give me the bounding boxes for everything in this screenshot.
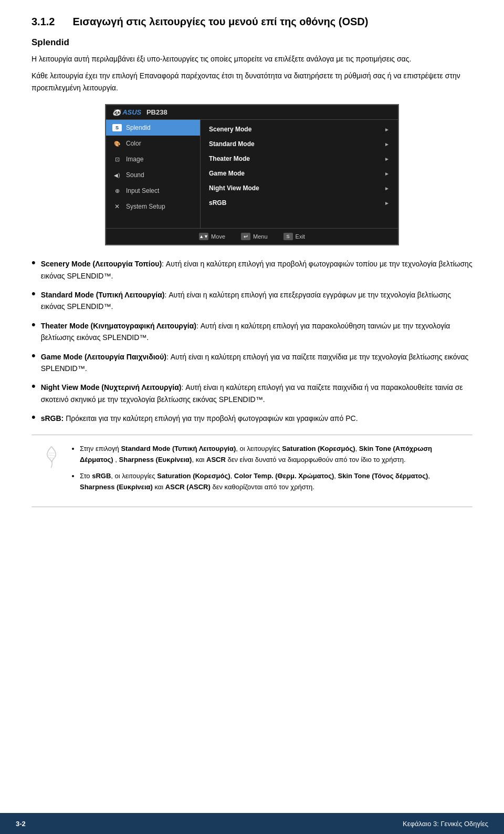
- standard-bold: Standard Mode (Τυπική Λειτουργία): [41, 291, 165, 299]
- standard-arrow: ►: [384, 141, 390, 147]
- osd-footer-menu: ↵ Menu: [241, 233, 268, 240]
- osd-footer-exit: S Exit: [284, 233, 305, 240]
- section-title: Εισαγωγή στις λειτουργίες του μενού επί …: [72, 16, 368, 27]
- bullet-text-game: Game Mode (Λειτουργία Παιχνιδιού): Αυτή …: [41, 351, 472, 375]
- note-text-1: Στην επιλογή Standard Mode (Τυπική Λειτο…: [80, 445, 432, 464]
- note-content: Στην επιλογή Standard Mode (Τυπική Λειτο…: [69, 444, 462, 498]
- input-icon: ⊕: [112, 187, 122, 194]
- osd-menu-setup[interactable]: ✕ System Setup: [106, 199, 200, 214]
- bullet-text-nightview: Night View Mode (Νυχτερινή Λειτουργία): …: [41, 382, 472, 405]
- osd-menu-input[interactable]: ⊕ Input Select: [106, 183, 200, 199]
- bullet-dot-2: •: [32, 288, 36, 300]
- page-footer: 3-2 Κεφάλαιο 3: Γενικές Οδηγίες: [0, 813, 504, 834]
- osd-right-theater[interactable]: Theater Mode ►: [201, 151, 398, 166]
- exit-label: Exit: [296, 233, 305, 240]
- bullet-text-srgb: sRGB: Πρόκειται για την καλύτερη επιλογή…: [41, 413, 472, 424]
- page-number: 3-2: [16, 820, 26, 828]
- note-icon-container: [42, 444, 61, 470]
- scenery-arrow: ►: [384, 127, 390, 132]
- osd-body: S Splendid 🎨 Color ⊡ Image ◀) Sound ⊕: [106, 120, 398, 228]
- move-icon: ▲▼: [199, 233, 208, 240]
- section-number: 3.1.2: [32, 16, 55, 27]
- image-icon: ⊡: [112, 156, 122, 163]
- nightview-arrow: ►: [384, 186, 390, 191]
- osd-right-nightview[interactable]: Night View Mode ►: [201, 181, 398, 195]
- note-item-2: Στο sRGB, οι λειτουργίες Saturation (Κορ…: [80, 471, 462, 493]
- theater-mode-label: Theater Mode: [209, 155, 250, 162]
- bullet-standard: • Standard Mode (Τυπική Λειτουργία): Αυτ…: [32, 289, 472, 313]
- bullet-dot-4: •: [32, 350, 36, 362]
- osd-menu-color[interactable]: 🎨 Color: [106, 136, 200, 151]
- scenery-bold: Scenery Mode (Λειτουργία Τοπίου): [41, 260, 162, 268]
- osd-footer-move: ▲▼ Move: [199, 233, 225, 240]
- bullet-nightview: • Night View Mode (Νυχτερινή Λειτουργία)…: [32, 382, 472, 405]
- sound-label: Sound: [126, 171, 144, 179]
- bullet-text-standard: Standard Mode (Τυπική Λειτουργία): Αυτή …: [41, 289, 472, 313]
- bullet-game: • Game Mode (Λειτουργία Παιχνιδιού): Αυτ…: [32, 351, 472, 375]
- splendid-section: Splendid Η λειτουργία αυτή περιλαμβάνει …: [32, 37, 472, 94]
- setup-icon: ✕: [112, 203, 122, 210]
- osd-header: 🐼 ASUS PB238: [106, 105, 398, 120]
- osd-footer: ▲▼ Move ↵ Menu S Exit: [106, 228, 398, 244]
- setup-label: System Setup: [126, 203, 165, 210]
- menu-icon: ↵: [241, 233, 250, 240]
- osd-right-standard[interactable]: Standard Mode ►: [201, 137, 398, 151]
- bullet-dot-5: •: [32, 380, 36, 392]
- osd-left-menu: S Splendid 🎨 Color ⊡ Image ◀) Sound ⊕: [106, 120, 201, 228]
- scenery-mode-label: Scenery Mode: [209, 126, 251, 133]
- exit-icon: S: [284, 233, 293, 240]
- input-label: Input Select: [126, 187, 159, 194]
- srgb-arrow: ►: [384, 200, 390, 206]
- bullet-dot-1: •: [32, 257, 36, 269]
- bullet-scenery: • Scenery Mode (Λειτουργία Τοπίου): Αυτή…: [32, 258, 472, 282]
- nightview-bold: Night View Mode (Νυχτερινή Λειτουργία): [41, 383, 182, 392]
- bullet-theater: • Theater Mode (Κινηματογραφική Λειτουργ…: [32, 320, 472, 344]
- game-bold: Game Mode (Λειτουργία Παιχνιδιού): [41, 353, 166, 361]
- splendid-icon: S: [112, 124, 122, 131]
- splendid-intro1: Η λειτουργία αυτή περιλαμβάνει έξι υπο-λ…: [32, 53, 472, 65]
- osd-right-game[interactable]: Game Mode ►: [201, 166, 398, 181]
- srgb-label: sRGB: [209, 199, 226, 207]
- splendid-title: Splendid: [32, 37, 472, 48]
- osd-model: PB238: [146, 108, 167, 116]
- splendid-intro2: Κάθε λειτουργία έχει την επιλογή Επαναφο…: [32, 70, 472, 94]
- nightview-mode-label: Night View Mode: [209, 184, 259, 192]
- srgb-bold: sRGB:: [41, 414, 64, 423]
- osd-right-menu: Scenery Mode ► Standard Mode ► Theater M…: [201, 120, 398, 228]
- note-item-1: Στην επιλογή Standard Mode (Τυπική Λειτο…: [80, 444, 462, 466]
- bullet-dot-3: •: [32, 319, 36, 331]
- feather-icon: [44, 446, 59, 469]
- osd-screenshot: 🐼 ASUS PB238 S Splendid 🎨 Color ⊡ Image: [105, 104, 399, 245]
- osd-menu-sound[interactable]: ◀) Sound: [106, 167, 200, 183]
- note-bullet-list: Στην επιλογή Standard Mode (Τυπική Λειτο…: [69, 444, 462, 492]
- game-arrow: ►: [384, 171, 390, 177]
- color-icon: 🎨: [112, 140, 122, 147]
- osd-menu-image[interactable]: ⊡ Image: [106, 151, 200, 167]
- chapter-label: Κεφάλαιο 3: Γενικές Οδηγίες: [403, 820, 488, 828]
- game-mode-label: Game Mode: [209, 170, 245, 177]
- osd-right-scenery[interactable]: Scenery Mode ►: [201, 122, 398, 137]
- feature-bullet-list: • Scenery Mode (Λειτουργία Τοπίου): Αυτή…: [32, 258, 472, 424]
- theater-bold: Theater Mode (Κινηματογραφική Λειτουργία…: [41, 322, 196, 330]
- osd-right-srgb[interactable]: sRGB ►: [201, 195, 398, 210]
- bullet-srgb: • sRGB: Πρόκειται για την καλύτερη επιλο…: [32, 413, 472, 424]
- bullet-text-theater: Theater Mode (Κινηματογραφική Λειτουργία…: [41, 320, 472, 344]
- standard-mode-label: Standard Mode: [209, 140, 255, 148]
- color-label: Color: [126, 140, 141, 147]
- splendid-label: Splendid: [126, 124, 151, 131]
- section-header: 3.1.2 Εισαγωγή στις λειτουργίες του μενο…: [32, 16, 472, 28]
- sound-icon: ◀): [112, 171, 122, 179]
- osd-brand: 🐼 ASUS: [112, 108, 141, 116]
- bullet-text-scenery: Scenery Mode (Λειτουργία Τοπίου): Αυτή ε…: [41, 258, 472, 282]
- note-box: Στην επιλογή Standard Mode (Τυπική Λειτο…: [32, 435, 472, 507]
- move-label: Move: [211, 233, 225, 240]
- image-label: Image: [126, 156, 143, 163]
- bullet-dot-6: •: [32, 411, 36, 423]
- menu-label: Menu: [253, 233, 268, 240]
- theater-arrow: ►: [384, 156, 390, 162]
- note-text-2: Στο sRGB, οι λειτουργίες Saturation (Κορ…: [80, 472, 430, 491]
- page-content: 3.1.2 Εισαγωγή στις λειτουργίες του μενο…: [0, 0, 504, 539]
- osd-menu-splendid[interactable]: S Splendid: [106, 120, 200, 136]
